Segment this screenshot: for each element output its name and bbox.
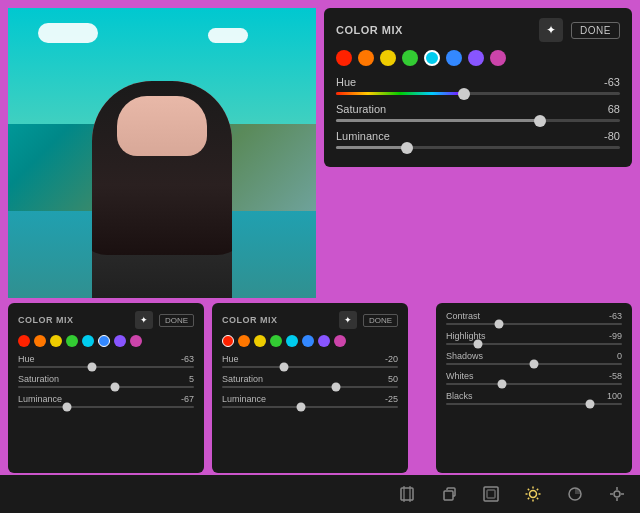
highlights-thumb[interactable] <box>473 340 482 349</box>
done-button[interactable]: DONE <box>571 22 620 39</box>
bm-sat-label: Saturation <box>222 374 263 384</box>
svg-line-11 <box>528 489 529 490</box>
whites-thumb[interactable] <box>498 380 507 389</box>
bl-panel-header: COLOR MIX ✦ DONE <box>18 311 194 329</box>
bl-hue-track[interactable] <box>18 366 194 368</box>
bl-dot-orange[interactable] <box>34 335 46 347</box>
highlights-row: Highlights -99 <box>446 331 622 345</box>
bm-dot-orange[interactable] <box>238 335 250 347</box>
svg-line-12 <box>537 498 538 499</box>
shadows-track[interactable] <box>446 363 622 365</box>
highlights-track[interactable] <box>446 343 622 345</box>
lum-fill <box>336 146 407 149</box>
hue-track[interactable] <box>336 92 620 95</box>
bl-lum-thumb[interactable] <box>63 403 72 412</box>
bl-lum-track[interactable] <box>18 406 194 408</box>
sat-track[interactable] <box>336 119 620 122</box>
shadows-label: Shadows <box>446 351 483 361</box>
contrast-thumb[interactable] <box>494 320 503 329</box>
svg-point-16 <box>614 491 620 497</box>
svg-point-6 <box>530 491 537 498</box>
bl-dot-red[interactable] <box>18 335 30 347</box>
color-dot-purple[interactable] <box>468 50 484 66</box>
copy-icon[interactable] <box>438 483 460 505</box>
shadows-thumb[interactable] <box>530 360 539 369</box>
bl-dot-blue[interactable] <box>98 335 110 347</box>
bm-sat-thumb[interactable] <box>332 383 341 392</box>
lum-track[interactable] <box>336 146 620 149</box>
bl-sat-track[interactable] <box>18 386 194 388</box>
color-dot-cyan[interactable] <box>424 50 440 66</box>
color-dot-blue[interactable] <box>446 50 462 66</box>
bm-lum-value: -25 <box>385 394 398 404</box>
contrast-value: -63 <box>609 311 622 321</box>
lum-value: -80 <box>604 130 620 142</box>
blacks-thumb[interactable] <box>586 400 595 409</box>
luminance-slider-row: Luminance -80 <box>336 130 620 149</box>
svg-rect-4 <box>484 487 498 501</box>
bm-panel-title: COLOR MIX <box>222 315 278 325</box>
color-icon[interactable] <box>564 483 586 505</box>
color-dot-yellow[interactable] <box>380 50 396 66</box>
bl-dot-cyan[interactable] <box>82 335 94 347</box>
whites-track[interactable] <box>446 383 622 385</box>
bm-hue-thumb[interactable] <box>279 363 288 372</box>
sat-fill <box>336 119 540 122</box>
bl-lum-value: -67 <box>181 394 194 404</box>
lum-label-row: Luminance -80 <box>336 130 620 142</box>
contrast-track[interactable] <box>446 323 622 325</box>
bm-lum-row: Luminance -25 <box>222 394 398 408</box>
bl-dot-green[interactable] <box>66 335 78 347</box>
panel-title: COLOR MIX <box>336 24 403 36</box>
panel-header: COLOR MIX ✦ DONE <box>336 18 620 42</box>
bm-dot-cyan[interactable] <box>286 335 298 347</box>
bm-lum-thumb[interactable] <box>297 403 306 412</box>
bl-dot-yellow[interactable] <box>50 335 62 347</box>
toolbar <box>0 475 640 513</box>
shadows-row: Shadows 0 <box>446 351 622 365</box>
highlights-value: -99 <box>609 331 622 341</box>
bm-dot-blue[interactable] <box>302 335 314 347</box>
bl-panel-icon[interactable]: ✦ <box>135 311 153 329</box>
bm-done-button[interactable]: DONE <box>363 314 398 327</box>
bm-lum-track[interactable] <box>222 406 398 408</box>
crop-icon[interactable] <box>396 483 418 505</box>
bm-dot-red[interactable] <box>222 335 234 347</box>
bm-dot-yellow[interactable] <box>254 335 266 347</box>
bl-hue-row: Hue -63 <box>18 354 194 368</box>
color-dot-magenta[interactable] <box>490 50 506 66</box>
hue-thumb[interactable] <box>458 88 470 100</box>
bl-dot-purple[interactable] <box>114 335 126 347</box>
bl-panel-title: COLOR MIX <box>18 315 74 325</box>
bl-hue-thumb[interactable] <box>87 363 96 372</box>
sun-icon[interactable] <box>522 483 544 505</box>
bm-hue-label-row: Hue -20 <box>222 354 398 364</box>
hue-label: Hue <box>336 76 356 88</box>
bm-hue-track[interactable] <box>222 366 398 368</box>
bm-panel-icon[interactable]: ✦ <box>339 311 357 329</box>
bm-panel-header: COLOR MIX ✦ DONE <box>222 311 398 329</box>
bl-hue-label: Hue <box>18 354 35 364</box>
bl-sat-thumb[interactable] <box>110 383 119 392</box>
bm-sat-track[interactable] <box>222 386 398 388</box>
bm-dot-purple[interactable] <box>318 335 330 347</box>
person-silhouette <box>92 81 232 299</box>
bl-dot-magenta[interactable] <box>130 335 142 347</box>
bottom-mid-panel: COLOR MIX ✦ DONE Hue -20 Saturation 50 <box>212 303 408 473</box>
face <box>117 96 207 156</box>
color-dot-green[interactable] <box>402 50 418 66</box>
bm-dot-green[interactable] <box>270 335 282 347</box>
bl-done-button[interactable]: DONE <box>159 314 194 327</box>
svg-line-14 <box>528 498 529 499</box>
panel-icon[interactable]: ✦ <box>539 18 563 42</box>
blacks-track[interactable] <box>446 403 622 405</box>
adjust-icon[interactable] <box>480 483 502 505</box>
color-dot-orange[interactable] <box>358 50 374 66</box>
lum-thumb[interactable] <box>401 142 413 154</box>
detail-icon[interactable] <box>606 483 628 505</box>
color-dot-red[interactable] <box>336 50 352 66</box>
bl-hue-value: -63 <box>181 354 194 364</box>
bm-lum-label: Luminance <box>222 394 266 404</box>
sat-thumb[interactable] <box>534 115 546 127</box>
bm-dot-magenta[interactable] <box>334 335 346 347</box>
